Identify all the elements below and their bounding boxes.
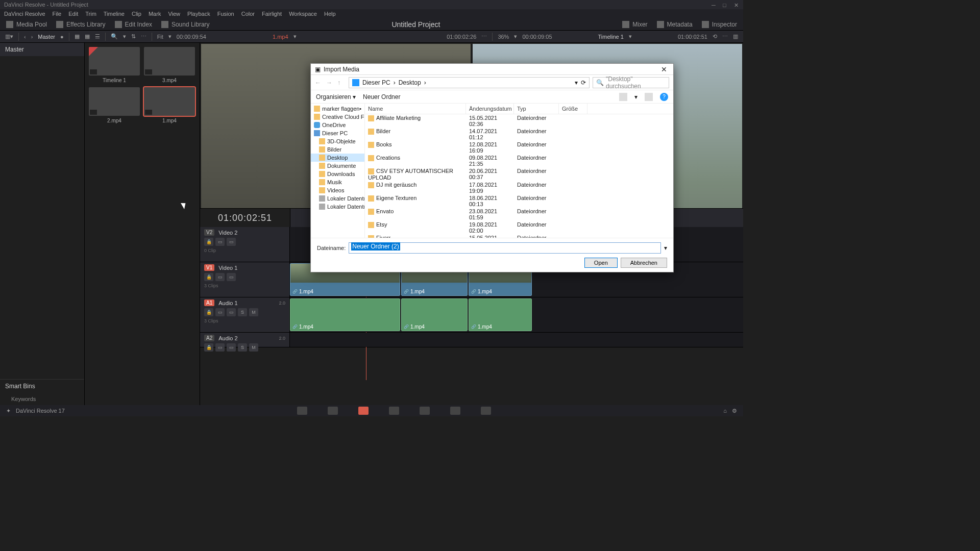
column-date[interactable]: Änderungsdatum [466, 104, 514, 114]
lock-icon[interactable]: 🔒 [204, 273, 213, 281]
menu-item[interactable]: File [53, 11, 62, 17]
filename-input[interactable]: Neuer Ordner (2) [349, 242, 661, 254]
mute-button[interactable]: M [249, 343, 258, 352]
track-header[interactable]: V2Video 2🔒▭▭0 Clip [200, 227, 290, 262]
file-row[interactable]: Envato23.08.2021 01:59Dateiordner [365, 208, 673, 221]
dropdown-icon[interactable]: ▾ [123, 33, 126, 40]
file-row[interactable]: Books12.08.2021 16:09Dateiordner [365, 141, 673, 154]
view-icon[interactable]: ▥ [733, 33, 738, 40]
tree-item[interactable]: Lokaler Datentra [311, 194, 364, 203]
menu-item[interactable]: Clip [132, 11, 141, 17]
auto-select-icon[interactable]: ▭ [215, 308, 225, 316]
file-row[interactable]: Fiverr15.05.2021 02:36Dateiordner [365, 234, 673, 238]
track-content[interactable]: 1.mp41.mp41.mp4 [290, 297, 743, 332]
media-page-icon[interactable] [297, 407, 307, 415]
media-thumb[interactable]: Timeline 1 [89, 47, 140, 83]
solo-button[interactable]: S [238, 343, 247, 352]
track-header[interactable]: V1Video 1🔒▭▭3 Clips [200, 262, 290, 297]
fit-dropdown[interactable]: Fit [157, 34, 163, 40]
nav-back-icon[interactable]: ← [315, 79, 323, 86]
list-view-icon[interactable]: ☰ [95, 33, 100, 40]
file-row[interactable]: Bilder14.07.2021 01:12Dateiordner [365, 128, 673, 141]
nav-back-icon[interactable]: ‹ [24, 34, 26, 40]
dialog-close-icon[interactable]: ✕ [659, 65, 669, 73]
new-folder-button[interactable]: Neuer Ordner [363, 93, 400, 101]
lock-icon[interactable]: 🔒 [204, 343, 213, 352]
chevron-down-icon[interactable]: ▾ [168, 33, 172, 40]
keywords-item[interactable]: Keywords [0, 393, 84, 405]
open-button[interactable]: Open [584, 258, 618, 268]
menu-item[interactable]: Timeline [104, 11, 125, 17]
tree-item[interactable]: Dieser PC [311, 129, 364, 137]
smart-bins-header[interactable]: Smart Bins [0, 379, 84, 393]
tree-item[interactable]: Creative Cloud Fil [311, 113, 364, 121]
chevron-down-icon[interactable]: ▾ [293, 33, 297, 40]
menu-item[interactable]: Workspace [289, 11, 317, 17]
lock-icon[interactable]: 🔒 [204, 308, 213, 316]
file-row[interactable]: Etsy19.08.2021 02:00Dateiordner [365, 221, 673, 234]
lock-icon[interactable]: 🔒 [204, 238, 213, 246]
auto-select-icon[interactable]: ▭ [215, 343, 225, 352]
help-icon[interactable]: ? [660, 93, 668, 101]
chevron-down-icon[interactable]: ▾ [514, 33, 517, 40]
track-badge[interactable]: V1 [204, 264, 214, 271]
deliver-page-icon[interactable] [481, 407, 491, 415]
folder-tree[interactable]: marker flaggen•Creative Cloud FilOneDriv… [311, 104, 365, 238]
file-list[interactable]: Name Änderungsdatum Typ Größe Affiliate … [365, 104, 673, 238]
column-type[interactable]: Typ [514, 104, 559, 114]
chevron-down-icon[interactable]: ▾ [664, 244, 667, 252]
tree-item[interactable]: Dokumente [311, 162, 364, 170]
mute-button[interactable]: M [249, 308, 258, 316]
menu-item[interactable]: Fairlight [262, 11, 282, 17]
more-icon[interactable]: ⋯ [481, 33, 487, 40]
tree-item[interactable]: Lokaler Datentra [311, 203, 364, 211]
media-pool-toggle[interactable]: Media Pool [6, 21, 47, 28]
media-thumb[interactable]: 1.mp4 [144, 87, 195, 123]
bin-dropdown-icon[interactable]: ▥▾ [5, 33, 13, 40]
edit-index-toggle[interactable]: Edit Index [115, 21, 152, 28]
maximize-icon[interactable]: □ [723, 2, 728, 7]
cut-page-icon[interactable] [328, 407, 338, 415]
sound-library-toggle[interactable]: Sound Library [161, 21, 210, 28]
nav-forward-icon[interactable]: → [326, 79, 334, 86]
menu-item[interactable]: Trim [85, 11, 96, 17]
menu-item[interactable]: Playback [187, 11, 210, 17]
more-icon[interactable]: ⋯ [722, 33, 728, 40]
media-thumb[interactable]: 3.mp4 [144, 47, 195, 83]
menu-item[interactable]: DaVinci Resolve [4, 11, 45, 17]
search-input[interactable]: 🔍 "Desktop" durchsuchen [593, 77, 669, 88]
menu-item[interactable]: Fusion [217, 11, 234, 17]
list-header[interactable]: Name Änderungsdatum Typ Größe [365, 104, 673, 114]
file-row[interactable]: Creations09.08.2021 21:35Dateiordner [365, 154, 673, 167]
menu-item[interactable]: Help [324, 11, 336, 17]
column-name[interactable]: Name [365, 104, 466, 114]
timeline-timecode-display[interactable]: 01:00:02:51 [200, 213, 290, 223]
tree-item[interactable]: Downloads [311, 170, 364, 178]
track-enable-icon[interactable]: ▭ [227, 308, 236, 316]
organise-menu[interactable]: Organisieren ▾ [316, 93, 356, 101]
track-header[interactable]: A1Audio 12.0🔒▭▭SM3 Clips [200, 297, 290, 332]
source-clip-name[interactable]: 1.mp4 [273, 34, 288, 40]
inspector-toggle[interactable]: Inspector [702, 21, 737, 28]
tree-item[interactable]: Musik [311, 178, 364, 186]
track-content[interactable] [290, 333, 743, 347]
home-icon[interactable]: ⌂ [723, 408, 727, 414]
tree-item[interactable]: OneDrive [311, 121, 364, 129]
menu-item[interactable]: Edit [68, 11, 78, 17]
edit-page-icon[interactable] [358, 407, 369, 415]
tree-item[interactable]: Videos [311, 186, 364, 194]
track-header[interactable]: A2Audio 22.0🔒▭▭SM [200, 333, 290, 347]
chevron-down-icon[interactable]: ▾ [575, 79, 578, 86]
timeline-clip[interactable]: 1.mp4 [290, 298, 400, 331]
more-icon[interactable]: ⋯ [141, 33, 146, 40]
file-row[interactable]: Affiliate Marketing15.05.2021 02:36Datei… [365, 114, 673, 128]
effects-library-toggle[interactable]: Effects Library [56, 21, 105, 28]
track-enable-icon[interactable]: ▭ [227, 238, 236, 246]
fairlight-page-icon[interactable] [450, 407, 460, 415]
thumb-view-icon[interactable]: ▦ [75, 33, 80, 40]
grid-view-icon[interactable]: ▦ [85, 33, 90, 40]
file-row[interactable]: Eigene Texturen18.06.2021 00:13Dateiordn… [365, 194, 673, 208]
zoom-value[interactable]: 36% [498, 34, 509, 40]
bypass-icon[interactable]: ⟲ [713, 33, 717, 40]
tree-item[interactable]: marker flaggen• [311, 105, 364, 113]
